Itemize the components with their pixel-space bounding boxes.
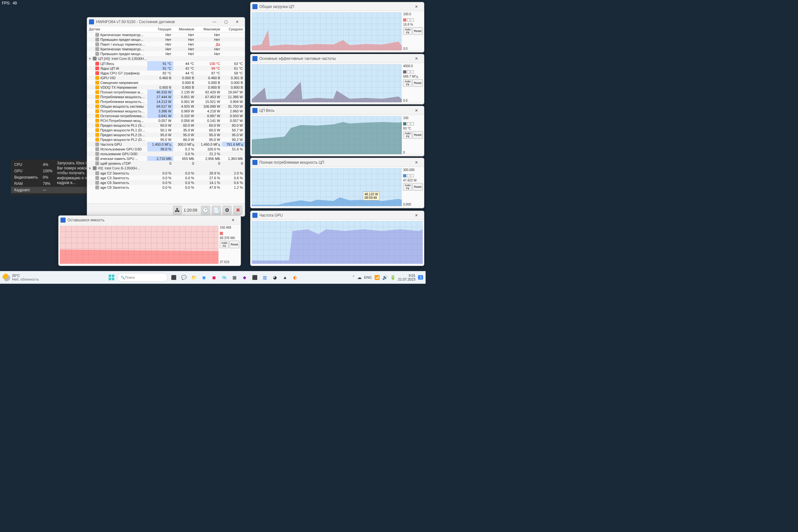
store-icon[interactable]: 🛍 [220, 273, 229, 282]
table-row[interactable]: Потребляемая мощность си...3.386 W0.969 … [87, 109, 245, 113]
chart-titlebar[interactable]: ЦП Весь ✕ [250, 106, 424, 115]
weather-widget[interactable]: 20°C Неб. облачность [2, 273, 39, 281]
table-row[interactable]: щий уровень cTDP0000 [87, 161, 245, 166]
autofit-button[interactable]: Auto Fit [403, 131, 412, 139]
close-button[interactable]: ✕ [411, 159, 422, 166]
table-row[interactable]: ЦП Весь91 °C44 °C100 °C63 °C [87, 61, 245, 66]
table-header[interactable]: Датчик [87, 26, 147, 32]
table-row[interactable]: age C6 Занятость0.0 %0.0 %14.1 %0.6 % [87, 180, 245, 185]
autofit-button[interactable]: Auto Fit [403, 183, 412, 191]
wifi-icon[interactable]: 📶 [374, 275, 380, 280]
table-row[interactable]: Потребляемая мощность яд...27.444 W0.651… [87, 94, 245, 99]
table-header[interactable]: Минимум [173, 26, 196, 32]
table-row[interactable]: age C8 Занятость0.0 %0.0 %47.8 %1.2 % [87, 185, 245, 190]
table-header[interactable]: Максимум [196, 26, 222, 32]
reset-button[interactable]: Reset [229, 241, 240, 248]
reset-button[interactable]: Reset [413, 131, 423, 139]
taskbar[interactable]: 20°C Неб. облачность 🔍 ⬛ 💬 📁 ◉ ◼ 🛍 ▦ ◆ ⬛… [0, 271, 425, 284]
table-row[interactable]: Пакет / кольцо термическог...НетНетДа [87, 42, 245, 46]
volume-icon[interactable]: 🔊 [382, 275, 387, 280]
table-row[interactable]: Предел мощности PL1 (Static)60.0 W60.0 W… [87, 123, 245, 128]
chart-window-clocks[interactable]: Основные эффективные тактовые частоты ✕ … [250, 54, 424, 104]
table-row[interactable]: Критическая температур...НетНетНет [87, 32, 245, 37]
app-icon[interactable]: ▲ [281, 273, 289, 282]
hwinfo-titlebar[interactable]: HWiNFO64 v7.50-5150 - Состояние датчиков… [87, 17, 245, 26]
table-row[interactable]: PCH Потребляемая мощность0.057 W0.056 W0… [87, 118, 245, 123]
table-row[interactable]: VDDQ TX Напряжение0.800 В0.800 В0.800 В0… [87, 85, 245, 90]
autofit-button[interactable]: Auto Fit [403, 79, 412, 87]
table-row[interactable]: age C2 Занятость0.0 %0.0 %28.9 %2.0 % [87, 171, 245, 175]
chart-titlebar[interactable]: Частота GPU ✕ [250, 211, 424, 220]
network-icon[interactable]: 🖧 [173, 206, 182, 215]
save-icon[interactable]: 📄 [212, 206, 221, 215]
table-row[interactable]: ическая память GPU ...2,710 МБ655 МБ2,95… [87, 156, 245, 161]
table-row[interactable]: ▾#0]: Intel Core i5-13500H... [87, 166, 245, 171]
chart-window-cputemp[interactable]: ЦП Весь ✕ 100 83 °C Auto FitReset 0 [250, 106, 424, 156]
chart-window-gpufreq[interactable]: Частота GPU ✕ [250, 211, 424, 266]
autofit-button[interactable]: Auto Fit [403, 27, 412, 35]
chart-window-cpupwr[interactable]: Полная потребляемая мощность ЦП ✕ 48.132… [250, 158, 424, 208]
table-header[interactable]: Среднее [222, 26, 245, 32]
chart-titlebar[interactable]: Основные эффективные тактовые частоты ✕ [250, 54, 424, 63]
app-icon[interactable]: ◆ [240, 273, 249, 282]
close-button[interactable]: ✕ [411, 55, 422, 62]
edge-icon[interactable]: ◉ [200, 273, 208, 282]
table-row[interactable]: age C3 Занятость0.0 %0.0 %27.6 %0.6 % [87, 175, 245, 180]
taskview-icon[interactable]: ⬛ [169, 273, 178, 282]
explorer-icon[interactable]: 📁 [189, 273, 198, 282]
table-row[interactable]: Частота GPU1,450.0 МГц300.0 МГц1,450.0 М… [87, 142, 245, 147]
reset-button[interactable]: Reset [413, 27, 423, 35]
table-row[interactable]: ▾ЦП [#0]: Intel Core i5-13500H... [87, 56, 245, 61]
table-row[interactable]: Превышен предел мощн...НетНетНет [87, 37, 245, 42]
table-row[interactable]: Ядра ЦП IA91 °C42 °C99 °C61 °C [87, 66, 245, 71]
app-icon[interactable]: ⬛ [250, 273, 259, 282]
chevron-up-icon[interactable]: ˄ [353, 275, 355, 280]
table-row[interactable]: Предел мощности PL2 (Static)95.0 W95.0 W… [87, 132, 245, 137]
reset-button[interactable]: Reset [413, 79, 423, 87]
app-icon[interactable]: ▦ [230, 273, 239, 282]
reset-button[interactable]: Reset [413, 183, 423, 191]
chart-titlebar[interactable]: Полная потребляемая мощность ЦП ✕ [250, 158, 424, 167]
maximize-button[interactable]: ▢ [220, 18, 231, 26]
search-input[interactable] [125, 276, 164, 279]
table-header[interactable]: Текущее [147, 26, 173, 32]
close-button[interactable]: ✕ [227, 216, 239, 224]
close-icon[interactable]: ✖ [233, 206, 242, 215]
table-row[interactable]: Потребляемая мощность яд...14.213 W0.001… [87, 99, 245, 104]
table-row[interactable]: Превышен предел мощност...НетНетНет [87, 51, 245, 56]
hwinfo-taskbar-icon[interactable]: ▥ [260, 273, 269, 282]
close-button[interactable]: ✕ [411, 211, 422, 219]
battery-icon[interactable]: 🔋 [390, 275, 396, 280]
table-row[interactable]: Ядра CPU GT (графика)82 °C44 °C87 °C58 °… [87, 71, 245, 75]
close-button[interactable]: ✕ [231, 18, 243, 26]
chat-icon[interactable]: 💬 [179, 273, 188, 282]
chart-window-cpuload[interactable]: Общая загрузка ЦП ✕ 100.0 16.8 % Auto Fi… [250, 2, 424, 53]
table-row[interactable]: Полная потребляемая мощ...46.316 W2.135 … [87, 90, 245, 94]
hwinfo-window[interactable]: HWiNFO64 v7.50-5150 - Состояние датчиков… [87, 17, 245, 216]
table-row[interactable]: пользование GPU D3D0.0 %21.2 % [87, 151, 245, 156]
minimize-button[interactable]: — [209, 18, 220, 26]
battery-chart-window[interactable]: Оставшаяся емкость ✕ 150.458 68.376 Wh A… [58, 215, 241, 266]
steam-icon[interactable]: ◕ [270, 273, 279, 282]
tray-clock[interactable]: 9:01 21.07.2023 [398, 273, 416, 281]
search-box[interactable]: 🔍 [117, 273, 168, 282]
chart-titlebar[interactable]: Оставшаяся емкость ✕ [59, 216, 241, 225]
table-row[interactable]: Остаточная потребляемая ...0.841 W0.102 … [87, 113, 245, 118]
app-icon[interactable]: ◐ [291, 273, 300, 282]
close-button[interactable]: ✕ [411, 107, 422, 114]
table-row[interactable]: Использование GPU D3D99.0 %0.2 %100.0 %5… [87, 147, 245, 151]
notification-badge[interactable]: 3 [418, 275, 423, 280]
settings-icon[interactable]: ⚙ [223, 206, 231, 215]
start-button[interactable] [107, 273, 116, 282]
chart-titlebar[interactable]: Общая загрузка ЦП ✕ [250, 2, 424, 11]
tray-lang[interactable]: ENG [364, 276, 372, 279]
table-row[interactable]: Предел мощности PL2 (Dyn...95.0 W80.0 W9… [87, 137, 245, 142]
autofit-button[interactable]: Auto Fit [220, 241, 229, 248]
close-button[interactable]: ✕ [411, 3, 422, 11]
table-row[interactable]: Общая мощность системы68.527 W4.925 W106… [87, 104, 245, 109]
table-row[interactable]: Смещения напряжения0.000 В0.000 В0.000 В [87, 80, 245, 85]
table-row[interactable]: Предел мощности PL1 (Dyn...50.1 W35.0 W6… [87, 128, 245, 132]
table-row[interactable]: Критическая температура к...НетНетНет [87, 46, 245, 51]
clock-icon[interactable]: 🕐 [201, 206, 210, 215]
table-row[interactable]: iGPU VID0.460 В0.000 В0.460 В0.301 В [87, 75, 245, 80]
